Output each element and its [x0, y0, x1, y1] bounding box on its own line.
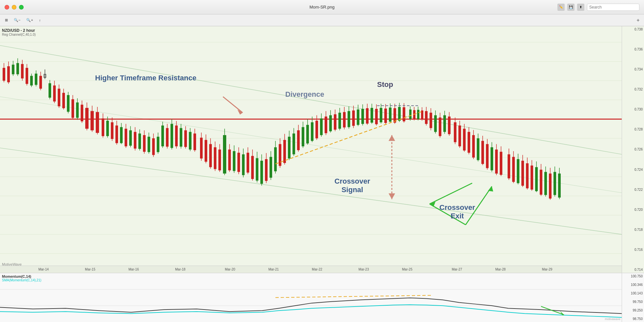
chart-info: NZD/USD - 2 hour Reg Channel(C,40,1.0) — [2, 28, 36, 36]
annotation-stop: Stop — [377, 80, 393, 89]
sub-price-4: 99.750 — [623, 300, 643, 304]
watermark: MotiveWave — [2, 262, 22, 266]
grid-icon: ⊞ — [5, 18, 8, 22]
zoom-in-button[interactable]: 🔍+ — [24, 16, 35, 24]
price-label-4: 0.730 — [623, 108, 643, 111]
price-label-12: 0.714 — [623, 268, 643, 272]
sub-price-1: 100.750 — [623, 274, 643, 278]
price-label-6: 0.726 — [623, 148, 643, 151]
svg-rect-269 — [0, 273, 622, 322]
toolbar: ⊞ 🔍− 🔍+ ↑ + — [0, 14, 644, 26]
date-mar21: Mar-21 — [268, 268, 279, 271]
maximize-button[interactable] — [19, 5, 24, 10]
svg-rect-0 — [0, 26, 622, 273]
chart-area: Higher Timeframe Resistance Divergence S… — [0, 26, 622, 273]
export-icon: ↑ — [39, 18, 41, 22]
price-axis: 0.738 0.736 0.734 0.732 0.730 0.728 0.72… — [622, 26, 644, 273]
sub-price-6: 98.750 — [623, 317, 643, 321]
sub-indicator2-label: SMA(Momentum(C,14),21) — [2, 278, 41, 282]
search-input[interactable] — [587, 4, 639, 11]
sub-price-3: 100.143 — [623, 292, 643, 295]
save-icon[interactable]: 💾 — [567, 4, 574, 11]
price-label-1: 0.736 — [623, 48, 643, 51]
price-label-8: 0.722 — [623, 188, 643, 191]
chart-svg — [0, 26, 622, 273]
price-label-3: 0.732 — [623, 88, 643, 91]
date-mar27: Mar-27 — [452, 268, 462, 271]
export-button[interactable]: ↑ — [37, 16, 43, 24]
date-mar20: Mar-20 — [225, 268, 235, 271]
date-mar29: Mar-29 — [542, 268, 553, 271]
date-mar18: Mar-18 — [175, 268, 186, 271]
date-mar15: Mar-15 — [85, 268, 95, 271]
titlebar: Mom-SR.png ✏️ 💾 ⬆ — [0, 0, 644, 14]
close-button[interactable] — [5, 5, 9, 10]
chart-indicator: Reg Channel(C,40,1.0) — [2, 33, 36, 36]
sub-watermark: motivawave — [605, 317, 620, 321]
price-label-10: 0.718 — [623, 228, 643, 231]
zoom-in-icon: 🔍+ — [26, 18, 33, 22]
price-label-5: 0.728 — [623, 128, 643, 131]
window-controls[interactable] — [5, 5, 24, 10]
sub-chart-svg — [0, 273, 622, 322]
sub-price-5: 99.250 — [623, 309, 643, 312]
price-label-2: 0.734 — [623, 68, 643, 71]
price-label-0: 0.738 — [623, 28, 643, 31]
annotation-resistance: Higher Timeframe Resistance — [95, 74, 196, 82]
zoom-out-button[interactable]: 🔍− — [11, 16, 23, 24]
zoom-out-icon: 🔍− — [14, 18, 20, 22]
minimize-button[interactable] — [12, 5, 16, 10]
date-mar28: Mar-28 — [495, 268, 506, 271]
annotation-crossover-signal: Crossover Signal — [334, 177, 370, 194]
annotation-crossover-exit: Crossover Exit — [439, 203, 475, 220]
chart-wrapper: NZD/USD - 2 hour Reg Channel(C,40,1.0) — [0, 26, 644, 322]
sub-indicator-label: Momentum(C,14) — [2, 274, 41, 278]
sub-chart-info: Momentum(C,14) SMA(Momentum(C,14),21) — [2, 274, 41, 282]
chart-symbol: NZD/USD - 2 hour — [2, 28, 36, 33]
share-icon[interactable]: ⬆ — [577, 4, 584, 11]
annotation-divergence: Divergence — [285, 90, 324, 99]
date-mar16: Mar-16 — [129, 268, 139, 271]
price-label-9: 0.720 — [623, 208, 643, 211]
sub-chart-area — [0, 273, 622, 322]
price-label-7: 0.724 — [623, 168, 643, 171]
date-mar25: Mar-25 — [402, 268, 413, 271]
pen-icon[interactable]: ✏️ — [557, 4, 565, 11]
date-mar22: Mar-22 — [312, 268, 322, 271]
view-button[interactable]: ⊞ — [3, 16, 10, 24]
toolbar-right: + — [635, 17, 641, 24]
sub-price-2: 100.346 — [623, 283, 643, 287]
window-title: Mom-SR.png — [310, 5, 335, 10]
titlebar-right: ✏️ 💾 ⬆ — [557, 4, 639, 11]
sub-chart: Momentum(C,14) SMA(Momentum(C,14),21) — [0, 273, 644, 322]
date-axis: Mar-14 Mar-15 Mar-16 Mar-18 Mar-20 Mar-2… — [0, 266, 622, 273]
main-chart: NZD/USD - 2 hour Reg Channel(C,40,1.0) — [0, 26, 644, 273]
add-button[interactable]: + — [635, 17, 641, 24]
date-mar14: Mar-14 — [38, 268, 49, 271]
date-mar23: Mar-23 — [358, 268, 369, 271]
price-label-11: 0.716 — [623, 248, 643, 252]
sub-price-axis: 100.750 100.346 100.143 99.750 99.250 98… — [622, 273, 644, 322]
